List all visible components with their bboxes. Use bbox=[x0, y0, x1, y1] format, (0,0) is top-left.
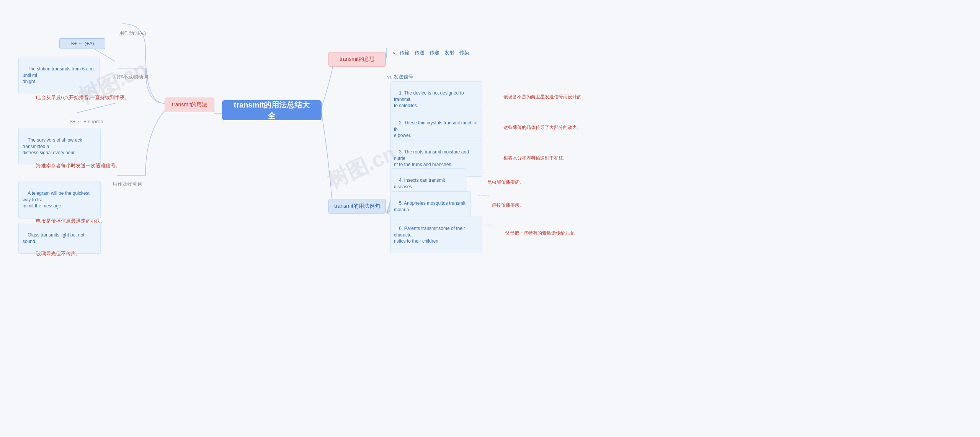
examples-node: transmit的用法例句 bbox=[328, 199, 386, 214]
mindmap-container: transmit的用法总结大全 transmit的用法 用作动词(v.) 用作不… bbox=[0, 0, 980, 437]
example-1-cn: 该设备不是为向卫星发送信号而设计的。 bbox=[494, 85, 591, 109]
watermark-2: 树图.cn bbox=[323, 139, 400, 195]
meaning-vt: vt. 传输；传送，传递；发射；传染 bbox=[383, 40, 474, 66]
example-3-cn: 根将水分和养料输送到干和枝. bbox=[494, 146, 569, 170]
verb-label: 用作动词(v.) bbox=[109, 21, 150, 46]
center-node: transmit的用法总结大全 bbox=[222, 100, 322, 120]
example-5-cn: 疟蚊传播疟疾. bbox=[482, 193, 526, 217]
example-2-cn: 这些薄薄的晶体传导了大部分的动力。 bbox=[494, 116, 586, 139]
pattern-intrans-1: S+ ～ (+A) bbox=[59, 38, 105, 49]
example-station-cn: 电台从早晨6点开始播音,一直持续到半夜。 bbox=[26, 85, 134, 111]
trans-verb-label: 用作及物动词 bbox=[103, 171, 147, 197]
left-main-node: transmit的用法 bbox=[165, 98, 214, 112]
example-4-cn: 昆虫能传播疾病. bbox=[478, 170, 526, 194]
example-6-en: 6. Parents transmlt'some of their charac… bbox=[390, 217, 482, 253]
example-6-cn: 父母把一些特有的素质遗传给儿女. bbox=[496, 221, 580, 245]
example-glass-cn: 玻璃导光但不传声。 bbox=[26, 241, 85, 267]
